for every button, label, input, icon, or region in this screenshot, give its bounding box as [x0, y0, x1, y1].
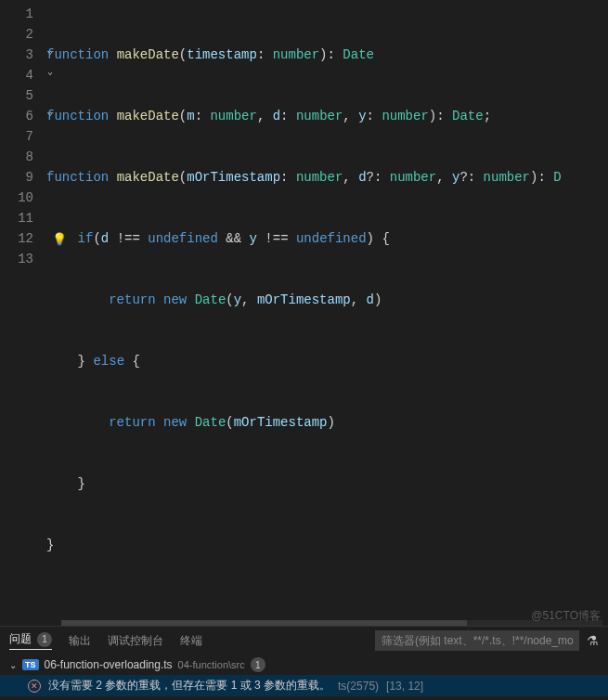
- typescript-file-icon: TS: [22, 659, 39, 670]
- problem-file-row[interactable]: ⌄ TS 06-function-overloading.ts 04-funct…: [0, 655, 608, 675]
- code-line: } else {: [46, 351, 608, 371]
- line-number: 8: [0, 147, 33, 167]
- line-number: 5: [0, 85, 33, 106]
- problem-item[interactable]: ✕ 没有需要 2 参数的重载，但存在需要 1 或 3 参数的重载。 ts(257…: [0, 675, 608, 696]
- line-number: 12: [0, 228, 33, 249]
- line-number: 2: [0, 24, 33, 45]
- bottom-panel: 问题 1 输出 调试控制台 终端 ⚗ ⌄ TS 06-function-over…: [0, 626, 608, 700]
- code-line: return new Date(mOrTimestamp): [46, 412, 608, 433]
- problems-filter-input[interactable]: [375, 630, 579, 651]
- line-number-gutter: 1 2 3 4 5 6 7 8 9 10 11 12 13: [0, 0, 46, 608]
- panel-tabs: 问题 1 输出 调试控制台 终端 ⚗: [0, 627, 608, 655]
- problem-message: 没有需要 2 参数的重载，但存在需要 1 或 3 参数的重载。: [48, 678, 330, 694]
- filter-icon[interactable]: ⚗: [587, 633, 599, 648]
- file-problem-count-badge: 1: [251, 657, 265, 672]
- code-line: if(d !== undefined && y !== undefined) {: [46, 228, 608, 249]
- lightbulb-icon[interactable]: 💡: [52, 232, 67, 247]
- code-line: }: [46, 473, 608, 494]
- error-icon: ✕: [28, 680, 41, 693]
- problem-code: ts(2575): [338, 680, 379, 693]
- line-number: 4: [0, 65, 33, 85]
- tab-terminal[interactable]: 终端: [180, 633, 202, 649]
- tab-problems[interactable]: 问题 1: [9, 631, 52, 650]
- line-number: 6: [0, 106, 33, 126]
- line-number: 7: [0, 126, 33, 147]
- problem-file-path: 04-function\src: [178, 659, 245, 670]
- problem-position: [13, 12]: [386, 680, 423, 693]
- line-number: 11: [0, 208, 33, 228]
- code-line: return new Date(y, mOrTimestamp, d): [46, 290, 608, 310]
- tab-output[interactable]: 输出: [69, 633, 91, 649]
- problems-count-badge: 1: [37, 632, 52, 647]
- code-line: function makeDate(timestamp: number): Da…: [46, 45, 608, 65]
- watermark: @51CTO博客: [531, 608, 601, 624]
- code-line: }: [46, 535, 608, 555]
- code-line: function makeDate(mOrTimestamp: number, …: [46, 167, 608, 188]
- chevron-down-icon: ⌄: [9, 660, 17, 670]
- code-line: function makeDate(m: number, d: number, …: [46, 106, 608, 126]
- line-number: 13: [0, 249, 33, 269]
- code-area[interactable]: function makeDate(timestamp: number): Da…: [46, 0, 608, 608]
- code-line: [46, 596, 608, 608]
- tab-label: 问题: [9, 631, 32, 647]
- line-number: 3: [0, 45, 33, 65]
- line-number: 1: [0, 4, 33, 24]
- code-editor[interactable]: 1 2 3 4 5 6 7 8 9 10 11 12 13 ⌄ ⌄ ⌄ func…: [0, 0, 608, 608]
- problem-file-name: 06-function-overloading.ts: [45, 658, 173, 671]
- line-number: 10: [0, 188, 33, 208]
- tab-debug-console[interactable]: 调试控制台: [108, 633, 163, 649]
- line-number: 9: [0, 167, 33, 188]
